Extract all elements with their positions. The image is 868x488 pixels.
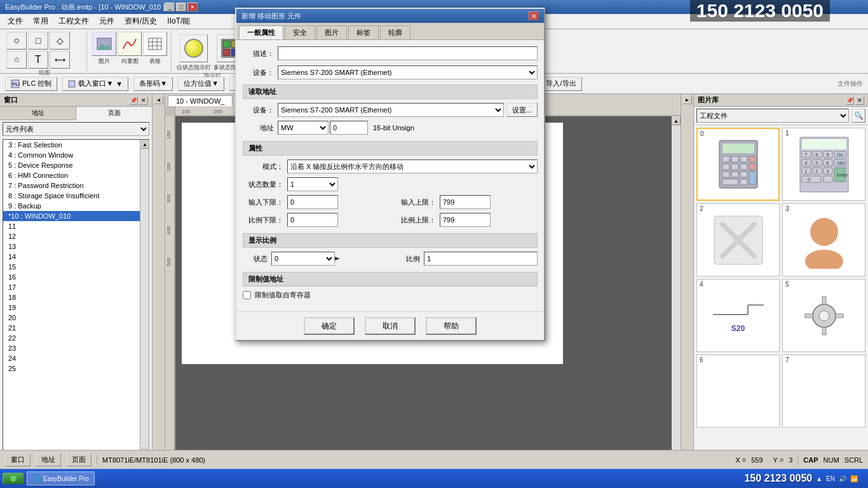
- scale-disp-input[interactable]: [424, 252, 538, 266]
- dialog-tab-label[interactable]: 标签: [348, 25, 379, 39]
- read-device-label: 设备：: [243, 105, 278, 115]
- dialog-tab-image[interactable]: 图片: [316, 25, 347, 39]
- scale-high-label: 比例上限：: [395, 215, 440, 225]
- dialog-tab-security[interactable]: 安全: [285, 25, 315, 39]
- dialog-body: 描述： 设备： Siemens S7-200 SMART (Ethernet) …: [236, 39, 544, 311]
- tray-brand: 150 2123 0050: [744, 473, 812, 484]
- tray-network: 📶: [850, 475, 858, 482]
- device-label: 设备：: [243, 68, 278, 78]
- scale-low-input[interactable]: [287, 213, 338, 227]
- mode-select[interactable]: 沿着 X 轴按反比例作水平方向的移动: [287, 159, 538, 173]
- properties-label: 属性: [243, 141, 538, 156]
- limit-checkbox[interactable]: [243, 291, 251, 299]
- dialog-tabs: 一般属性 安全 图片 标签 轮廓: [236, 23, 544, 39]
- input-high-input[interactable]: [440, 195, 491, 209]
- dialog: 新增 移动图形 元件 ✕ 一般属性 安全 图片 标签 轮廓 描述：: [235, 8, 545, 341]
- confirm-btn[interactable]: 确定: [304, 317, 355, 335]
- taskbar: EasyBuilder Pro 150 2123 0050 ▲ EN 🔊 📶: [0, 469, 868, 488]
- taskbar-tray: 150 2123 0050 ▲ EN 🔊 📶: [740, 473, 865, 484]
- input-high-label: 输入上限：: [395, 198, 440, 207]
- scale-disp-label: 比例: [395, 254, 424, 264]
- modal-background: 新增 移动图形 元件 ✕ 一般属性 安全 图片 标签 轮廓 描述：: [0, 0, 868, 469]
- taskbar-item-easybuilder[interactable]: EasyBuilder Pro: [27, 471, 95, 485]
- address-value-input[interactable]: [330, 121, 368, 135]
- cancel-btn[interactable]: 取消: [365, 317, 416, 335]
- address-prefix-select[interactable]: MW: [278, 121, 329, 135]
- dialog-footer: 确定 取消 帮助: [236, 311, 544, 340]
- device-select[interactable]: Siemens S7-200 SMART (Ethernet): [278, 65, 538, 79]
- input-low-input[interactable]: [287, 195, 338, 209]
- tray-volume[interactable]: 🔊: [839, 475, 846, 482]
- mode-label: 模式：: [243, 162, 287, 172]
- tray-show-btn[interactable]: ▲: [816, 475, 822, 482]
- help-btn[interactable]: 帮助: [426, 317, 477, 335]
- dialog-titlebar: 新增 移动图形 元件 ✕: [236, 9, 544, 23]
- desc-label: 描述：: [243, 49, 278, 58]
- dialog-title: 新增 移动图形 元件: [241, 11, 529, 21]
- dialog-tab-general[interactable]: 一般属性: [239, 25, 283, 39]
- state-count-select[interactable]: 1: [287, 177, 338, 191]
- tray-lang: EN: [826, 475, 835, 482]
- address-type: 16-bit Unsign: [373, 124, 414, 132]
- settings-btn[interactable]: 设置...: [506, 103, 538, 117]
- read-device-select[interactable]: Siemens S7-200 SMART (Ethernet): [278, 103, 504, 117]
- limit-checkbox-label: 限制值取自寄存器: [255, 290, 311, 300]
- start-button[interactable]: [3, 473, 24, 484]
- svg-point-90: [10, 475, 17, 482]
- svg-rect-91: [33, 475, 41, 482]
- taskbar-items: EasyBuilder Pro: [27, 471, 738, 485]
- scale-high-input[interactable]: [440, 213, 491, 227]
- input-low-label: 输入下限：: [243, 198, 287, 207]
- dialog-tab-outline[interactable]: 轮廓: [380, 25, 410, 39]
- state-disp-select[interactable]: 0: [271, 252, 335, 266]
- address-label: 地址: [243, 123, 278, 133]
- desc-input[interactable]: [278, 46, 538, 60]
- dialog-close-btn[interactable]: ✕: [529, 11, 539, 20]
- limit-section-label: 限制值地址: [243, 272, 538, 287]
- state-disp-label: 状态: [243, 254, 271, 264]
- read-address-label: 读取地址: [243, 85, 538, 99]
- state-count-label: 状态数量：: [243, 180, 287, 189]
- display-scale-label: 显示比例: [243, 233, 538, 248]
- scale-low-label: 比例下限：: [243, 215, 287, 225]
